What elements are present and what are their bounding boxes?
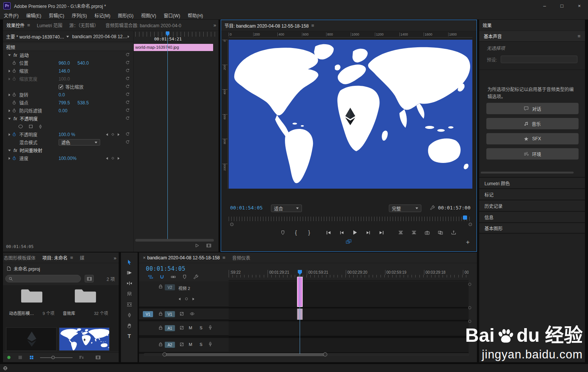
prev-keyframe-icon[interactable] [106, 132, 108, 137]
icon-view-button[interactable] [26, 355, 37, 360]
reset-icon[interactable] [125, 84, 130, 90]
timeline-playhead[interactable] [300, 271, 300, 354]
go-to-out-button[interactable] [377, 228, 385, 237]
monitor-scrub-bar[interactable] [229, 217, 471, 221]
timeline-settings-icon[interactable] [193, 274, 198, 279]
comparison-view-button[interactable] [436, 228, 444, 237]
stacked-panel-tab[interactable]: Lumetri 颜色 [479, 177, 585, 188]
tab-audio-clip-mixer[interactable]: 音频剪辑混合器: bandicam 2020-04-0 [102, 20, 185, 31]
asset-thumbnail-logo[interactable] [6, 327, 57, 351]
v-scroll-handle[interactable] [468, 283, 471, 286]
track-lock-icon[interactable] [159, 284, 162, 288]
menu-item[interactable]: 帮助(H) [184, 12, 207, 19]
bin-sound-library[interactable]: 音效库 32 个项 [59, 287, 112, 316]
ec-mini-ruler[interactable] [135, 32, 216, 37]
razor-tool[interactable] [124, 290, 134, 298]
track-target-v2[interactable]: V2 [165, 284, 175, 290]
monitor-vertical-ruler[interactable]: 02004006008001000 [222, 40, 228, 189]
drag-video-icon[interactable] [346, 239, 351, 244]
insert-nest-toggle-icon[interactable] [148, 275, 153, 279]
play-button[interactable] [351, 228, 359, 237]
rect-mask-icon[interactable] [29, 124, 33, 129]
export-frame-button[interactable] [423, 228, 431, 237]
voiceover-record-icon[interactable] [209, 325, 212, 330]
add-keyframe-icon[interactable] [111, 156, 115, 161]
ec-playhead[interactable] [167, 36, 168, 240]
tab-source-monitor[interactable]: 源：（无剪辑） [66, 20, 102, 31]
add-marker-icon[interactable] [183, 274, 187, 279]
track-lock-icon[interactable] [159, 312, 162, 316]
menu-item[interactable]: 标记(M) [91, 12, 114, 19]
position-x-value[interactable]: 960.0 [59, 60, 73, 66]
timeline-h-scroll-thumb[interactable] [164, 353, 326, 356]
current-timecode[interactable]: 00:01:54:05 [230, 205, 263, 211]
motion-effect-header[interactable]: fx 运动 [3, 51, 133, 59]
ripple-edit-tool[interactable] [124, 279, 134, 287]
track-output-eye-icon[interactable] [190, 312, 195, 315]
prev-keyframe-icon[interactable] [178, 296, 181, 302]
tab-motion-graphics-templates[interactable]: 态图形模板媒体 [3, 253, 39, 263]
toggle-animation-icon[interactable] [12, 156, 19, 160]
toggle-animation-icon[interactable] [12, 69, 19, 73]
linked-selection-icon[interactable] [171, 275, 176, 279]
next-keyframe-icon[interactable] [192, 296, 195, 302]
tab-project[interactable]: 项目: 未命名 ≡ [39, 253, 76, 263]
next-keyframe-icon[interactable] [118, 132, 120, 137]
voiceover-record-icon[interactable] [209, 342, 212, 346]
stacked-panel-tab[interactable]: 基本图形 [479, 222, 585, 234]
clip-selector[interactable]: 主要 * world-map-1639740… [6, 33, 69, 40]
close-button[interactable]: × [571, 0, 588, 11]
menu-item[interactable]: 编辑(E) [22, 12, 45, 19]
playback-resolution-select[interactable]: 完整 [389, 205, 421, 212]
thumbnail-zoom-slider[interactable] [40, 357, 73, 358]
toggle-effects-icon[interactable] [206, 243, 211, 248]
monitor-horizontal-ruler[interactable]: 020040060080010001200140016001800 [229, 33, 472, 38]
track-lock-icon[interactable] [159, 326, 162, 330]
toggle-animation-icon[interactable] [12, 132, 19, 136]
button-editor-plus[interactable]: + [466, 239, 470, 246]
sync-lock-icon[interactable] [180, 343, 184, 346]
tab-effect-controls[interactable]: 效果控件 ≡ [3, 20, 34, 31]
timeline-ruler[interactable]: :59:2200:01:29:2100:01:59:2100:02:29:200… [229, 270, 469, 281]
anchor-x-value[interactable]: 799.5 [59, 100, 73, 105]
panel-menu-icon[interactable]: ≡ [27, 22, 30, 28]
menu-item[interactable]: 序列(S) [68, 12, 91, 19]
zoom-handle-right[interactable] [323, 352, 327, 356]
scrub-zoom-handle-right[interactable] [469, 223, 472, 226]
project-writable-icon[interactable] [3, 355, 14, 360]
timeline-tracks[interactable] [229, 281, 469, 354]
collapse-icon[interactable] [7, 54, 12, 56]
scrub-zoom-handle-left[interactable] [230, 223, 234, 226]
sync-lock-icon[interactable] [180, 326, 184, 330]
menu-item[interactable]: 文件(F) [0, 12, 22, 19]
tab-effects[interactable]: 效果 [479, 20, 495, 31]
reset-effect-icon[interactable] [125, 116, 130, 121]
tab-media-browser[interactable]: 媒 [76, 253, 88, 263]
scale-value[interactable]: 146.0 [59, 68, 73, 74]
zoom-handle-left[interactable] [162, 352, 167, 356]
anti-flicker-value[interactable]: 0.00 [59, 108, 73, 113]
track-lock-icon[interactable] [159, 342, 162, 346]
mark-in-button[interactable]: { [292, 228, 300, 237]
panel-menu-icon[interactable]: ≡ [577, 33, 580, 39]
lift-button[interactable] [396, 228, 405, 237]
tab-audio-meters[interactable]: 音频仪表 [229, 253, 254, 263]
track-target-a2[interactable]: A2 [165, 342, 175, 348]
play-clip-icon[interactable] [195, 243, 199, 248]
go-to-in-button[interactable] [324, 228, 333, 237]
anchor-y-value[interactable]: 538.5 [77, 100, 92, 105]
tab-sequence[interactable]: bandicam 2020-04-08 12-55-18-158 ≡ [147, 253, 229, 263]
video-section-header[interactable]: 视频 [3, 43, 133, 51]
collapse-icon[interactable] [7, 118, 12, 120]
snap-icon[interactable] [160, 275, 164, 279]
v-scroll-handle[interactable] [468, 320, 471, 323]
slip-tool[interactable] [124, 300, 134, 308]
speed-value[interactable]: 100.00% [59, 156, 76, 161]
pen-mask-icon[interactable] [39, 124, 42, 129]
monitor-playhead[interactable] [463, 215, 467, 220]
bin-motion-graphics[interactable]: 动态图形模… 9 个项 [5, 287, 58, 316]
step-back-button[interactable] [337, 228, 346, 237]
dialogue-button[interactable]: 对话 [486, 103, 579, 114]
tab-program-monitor[interactable]: 节目: bandicam 2020-04-08 12-55-18-158 ≡ [221, 20, 317, 31]
sync-lock-icon[interactable] [180, 312, 184, 316]
